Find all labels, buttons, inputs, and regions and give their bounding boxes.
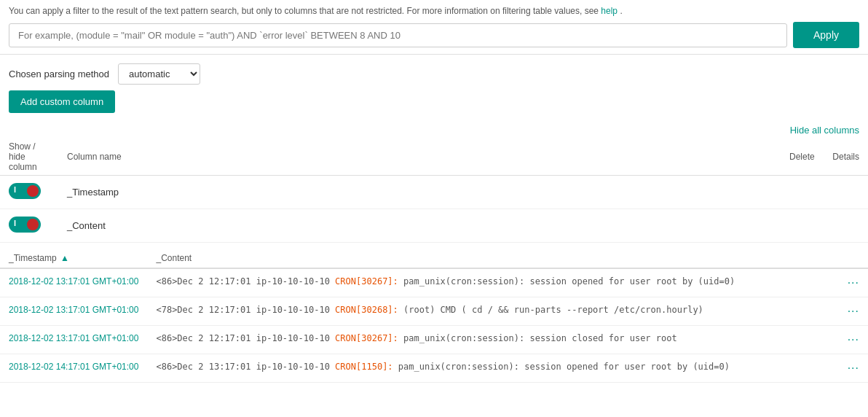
parsing-row: Chosen parsing method automatic manual n…: [0, 55, 868, 90]
add-custom-column-button[interactable]: Add custom column: [9, 90, 115, 113]
column-row-timestamp: _Timestamp: [0, 176, 868, 209]
table-row: 2018-12-02 13:17:01 GMT+01:00<86>Dec 2 1…: [0, 268, 868, 297]
col-delete-timestamp: [780, 176, 824, 209]
col-header-show-hide: Show / hide column: [0, 139, 58, 176]
sort-arrow-timestamp: ▲: [60, 253, 69, 263]
col-details-content: [824, 209, 868, 243]
top-bar: You can apply a filter to the result of …: [0, 0, 868, 55]
col-spacer-timestamp: [204, 176, 780, 209]
toggle-knob-timestamp: [27, 185, 39, 197]
info-dot: .: [620, 6, 622, 16]
col-spacer-content: [204, 209, 780, 243]
info-text: You can apply a filter to the result of …: [9, 6, 859, 16]
content-post: pam_unix(cron:session): session opened f…: [393, 362, 730, 372]
cell-content: <86>Dec 2 12:17:01 ip-10-10-10-10 CRON[3…: [147, 268, 838, 297]
col-header-details: Details: [824, 139, 868, 176]
row-menu-icon[interactable]: ···: [848, 333, 859, 346]
content-pre: <86>Dec 2 12:17:01 ip-10-10-10-10: [156, 333, 335, 343]
parsing-select[interactable]: automatic manual none: [118, 63, 200, 85]
col-name-timestamp: _Timestamp: [58, 176, 204, 209]
hide-all-columns-link[interactable]: Hide all columns: [790, 125, 859, 136]
cell-actions[interactable]: ···: [839, 354, 868, 383]
hide-all-row: Hide all columns: [0, 122, 868, 139]
filter-input[interactable]: [9, 23, 787, 47]
row-menu-icon[interactable]: ···: [848, 362, 859, 374]
filter-row: Apply: [9, 22, 859, 48]
table-row: 2018-12-02 14:17:01 GMT+01:00<86>Dec 2 1…: [0, 354, 868, 383]
content-pre: <86>Dec 2 13:17:01 ip-10-10-10-10: [156, 362, 335, 372]
cell-actions[interactable]: ···: [839, 297, 868, 326]
content-post: pam_unix(cron:session): session closed f…: [398, 333, 677, 343]
content-post: (root) CMD ( cd / && run-parts --report …: [398, 305, 703, 315]
data-section: _Timestamp ▲ _Content 2018-12-02 13:17:0…: [0, 249, 868, 383]
row-menu-icon[interactable]: ···: [848, 276, 859, 289]
content-highlight: CRON[1150]:: [335, 362, 392, 372]
content-highlight: CRON[30267]:: [335, 333, 398, 343]
cell-actions[interactable]: ···: [839, 268, 868, 297]
data-table: _Timestamp ▲ _Content 2018-12-02 13:17:0…: [0, 249, 868, 383]
col-header-delete: Delete: [780, 139, 824, 176]
content-highlight: CRON[30267]:: [335, 276, 398, 287]
apply-button[interactable]: Apply: [793, 22, 859, 48]
col-delete-content: [780, 209, 824, 243]
table-row: 2018-12-02 13:17:01 GMT+01:00<86>Dec 2 1…: [0, 326, 868, 354]
column-row-content: _Content: [0, 209, 868, 243]
col-details-timestamp: [824, 176, 868, 209]
content-post: pam_unix(cron:session): session opened f…: [398, 276, 735, 287]
cell-timestamp: 2018-12-02 14:17:01 GMT+01:00: [0, 354, 147, 383]
toggle-knob-content: [27, 219, 39, 230]
col-header-column-name: Column name: [58, 139, 204, 176]
row-menu-icon[interactable]: ···: [848, 305, 859, 317]
content-highlight: CRON[30268]:: [335, 305, 398, 315]
help-link[interactable]: help: [601, 6, 618, 16]
cell-timestamp: 2018-12-02 13:17:01 GMT+01:00: [0, 297, 147, 326]
column-config-table: Show / hide column Column name Delete De…: [0, 139, 868, 243]
col-header-spacer: [204, 139, 780, 176]
col-name-content: _Content: [58, 209, 204, 243]
cell-timestamp: 2018-12-02 13:17:01 GMT+01:00: [0, 326, 147, 354]
data-header-timestamp[interactable]: _Timestamp ▲: [0, 249, 147, 268]
data-header-actions: [839, 249, 868, 268]
content-pre: <78>Dec 2 12:17:01 ip-10-10-10-10: [156, 305, 335, 315]
cell-content: <78>Dec 2 12:17:01 ip-10-10-10-10 CRON[3…: [147, 297, 838, 326]
toggle-timestamp[interactable]: [9, 183, 41, 199]
cell-content: <86>Dec 2 12:17:01 ip-10-10-10-10 CRON[3…: [147, 326, 838, 354]
toggle-content[interactable]: [9, 217, 41, 233]
parsing-label: Chosen parsing method: [9, 69, 109, 79]
data-header-content[interactable]: _Content: [147, 249, 838, 268]
info-description: You can apply a filter to the result of …: [9, 6, 599, 16]
content-pre: <86>Dec 2 12:17:01 ip-10-10-10-10: [156, 276, 335, 287]
cell-actions[interactable]: ···: [839, 326, 868, 354]
cell-content: <86>Dec 2 13:17:01 ip-10-10-10-10 CRON[1…: [147, 354, 838, 383]
cell-timestamp: 2018-12-02 13:17:01 GMT+01:00: [0, 268, 147, 297]
table-row: 2018-12-02 13:17:01 GMT+01:00<78>Dec 2 1…: [0, 297, 868, 326]
